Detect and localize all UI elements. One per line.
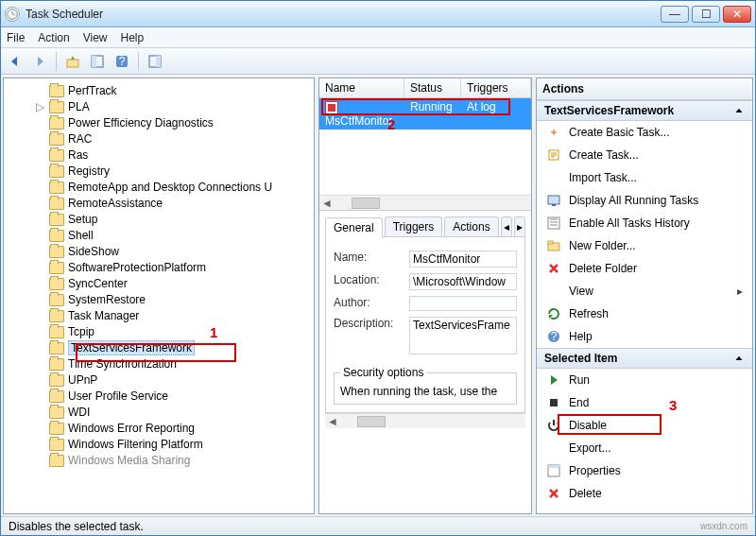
tree-item-task-manager[interactable]: Task Manager xyxy=(60,308,314,323)
action-label: Display All Running Tasks xyxy=(569,194,698,207)
action-create-basic-task[interactable]: Create Basic Task... xyxy=(537,121,752,144)
up-button[interactable] xyxy=(62,51,83,72)
tree-item-setup[interactable]: Setup xyxy=(60,212,314,227)
menu-view[interactable]: View xyxy=(83,31,108,44)
tree-item-remoteapp-and-desktop-connections-u[interactable]: RemoteApp and Desktop Connections U xyxy=(60,180,314,195)
svg-rect-20 xyxy=(548,465,559,468)
tree-item-windows-error-reporting[interactable]: Windows Error Reporting xyxy=(60,421,314,436)
action-new-folder[interactable]: New Folder... xyxy=(537,234,752,257)
minimize-button[interactable]: — xyxy=(661,6,689,23)
title-bar: Task Scheduler — ☐ ✕ xyxy=(1,1,755,27)
close-button[interactable]: ✕ xyxy=(723,6,751,23)
action-help[interactable]: ?Help xyxy=(537,325,752,348)
maximize-button[interactable]: ☐ xyxy=(692,6,720,23)
menu-help[interactable]: Help xyxy=(121,31,145,44)
back-button[interactable] xyxy=(5,51,26,72)
action-label: Run xyxy=(569,373,590,387)
tree-item-systemrestore[interactable]: SystemRestore xyxy=(60,292,314,307)
tab-scroll-right[interactable]: ▸ xyxy=(514,216,525,236)
tree-item-sideshow[interactable]: SideShow xyxy=(60,244,314,259)
col-status[interactable]: Status xyxy=(404,78,461,97)
tree-item-label: Ras xyxy=(68,148,88,162)
col-triggers[interactable]: Triggers xyxy=(461,78,531,97)
action-label: Disable xyxy=(569,419,607,432)
menu-action[interactable]: Action xyxy=(38,31,69,44)
action-label: End xyxy=(569,396,589,409)
tab-triggers[interactable]: Triggers xyxy=(385,216,443,236)
tree-item-label: Task Manager xyxy=(68,309,139,322)
tree-item-label: TextServicesFramework xyxy=(68,340,195,355)
action-create-task[interactable]: Create Task... xyxy=(537,144,752,166)
status-text: Disables the selected task. xyxy=(9,520,144,533)
action-label: Enable All Tasks History xyxy=(569,216,690,230)
forward-button[interactable] xyxy=(29,51,50,72)
action-label: New Folder... xyxy=(569,239,636,252)
tree-item-textservicesframework[interactable]: TextServicesFramework xyxy=(60,340,314,355)
tab-general[interactable]: General xyxy=(325,217,383,237)
action-refresh[interactable]: Refresh xyxy=(537,303,752,325)
action-export[interactable]: Export... xyxy=(537,437,752,459)
actions-section-framework[interactable]: TextServicesFramework▲ xyxy=(537,100,752,121)
toolbar-separator-2 xyxy=(138,52,139,71)
actions-section-selected[interactable]: Selected Item▲ xyxy=(537,348,752,369)
help-button[interactable]: ? xyxy=(112,51,132,72)
enable-icon xyxy=(546,216,561,231)
tree-item-windows-filtering-platform[interactable]: Windows Filtering Platform xyxy=(60,437,314,452)
action-end[interactable]: End xyxy=(537,391,752,414)
tab-actions[interactable]: Actions xyxy=(444,216,498,236)
action-label: Delete xyxy=(569,487,602,500)
value-description: TextServicesFrame xyxy=(409,317,517,354)
tree-item-ras[interactable]: Ras xyxy=(60,147,314,163)
action-label: Properties xyxy=(569,464,621,477)
tree-item-time-synchronization[interactable]: Time Synchronization xyxy=(60,356,314,372)
tree-item-label: Registry xyxy=(68,164,110,178)
task-list[interactable]: Name Status Triggers MsCtfMonitor Runnin… xyxy=(319,78,531,211)
action-import-task[interactable]: Import Task... xyxy=(537,166,752,189)
expander-icon[interactable]: ▷ xyxy=(34,100,45,113)
tree-item-wdi[interactable]: WDI xyxy=(60,405,314,420)
tree[interactable]: PerfTrack▷PLAPower Efficiency Diagnostic… xyxy=(4,78,314,488)
tree-item-synccenter[interactable]: SyncCenter xyxy=(60,276,314,291)
action-display-all-running-tasks[interactable]: Display All Running Tasks xyxy=(537,189,752,212)
folder-icon xyxy=(49,214,64,226)
action-run[interactable]: Run xyxy=(537,369,752,391)
actions-body: TextServicesFramework▲ Create Basic Task… xyxy=(537,100,752,513)
newfolder-icon xyxy=(546,238,561,253)
tree-item-shell[interactable]: Shell xyxy=(60,228,314,243)
action-enable-all-tasks-history[interactable]: Enable All Tasks History xyxy=(537,212,752,234)
action-properties[interactable]: Properties xyxy=(537,459,752,482)
show-hide-tree-button[interactable] xyxy=(87,51,108,72)
tree-item-windows-media-sharing[interactable]: Windows Media Sharing xyxy=(60,453,314,468)
col-name[interactable]: Name xyxy=(319,78,404,97)
folder-icon xyxy=(49,85,64,97)
action-disable[interactable]: Disable xyxy=(537,414,752,437)
tree-item-rac[interactable]: RAC xyxy=(60,131,314,147)
client-area: PerfTrack▷PLAPower Efficiency Diagnostic… xyxy=(1,75,755,516)
task-name: MsCtfMonitor xyxy=(325,114,392,128)
task-row-selected[interactable]: MsCtfMonitor Running At log xyxy=(319,98,531,130)
tree-item-registry[interactable]: Registry xyxy=(60,164,314,179)
menu-file[interactable]: File xyxy=(7,31,25,44)
props-hscroll[interactable]: ◄ xyxy=(325,413,525,428)
tab-scroll-left[interactable]: ◂ xyxy=(501,216,512,236)
tree-item-user-profile-service[interactable]: User Profile Service xyxy=(60,389,314,404)
tree-item-remoteassistance[interactable]: RemoteAssistance xyxy=(60,196,314,211)
end-icon xyxy=(546,395,561,410)
action-delete-folder[interactable]: Delete Folder xyxy=(537,257,752,280)
security-options: Security options When running the task, … xyxy=(334,366,517,405)
action-delete[interactable]: Delete xyxy=(537,482,752,505)
action-view[interactable]: View▸ xyxy=(537,280,752,303)
svg-rect-5 xyxy=(92,56,96,67)
tree-item-upnp[interactable]: UPnP xyxy=(60,372,314,388)
tree-item-label: PerfTrack xyxy=(68,84,117,97)
delete-icon xyxy=(546,261,561,276)
tree-item-pla[interactable]: ▷PLA xyxy=(60,99,314,114)
tree-item-label: SoftwareProtectionPlatform xyxy=(68,261,206,274)
tree-item-perftrack[interactable]: PerfTrack xyxy=(60,83,314,98)
tree-item-softwareprotectionplatform[interactable]: SoftwareProtectionPlatform xyxy=(60,260,314,275)
tree-item-tcpip[interactable]: Tcpip xyxy=(60,324,314,339)
show-hide-action-button[interactable] xyxy=(145,51,165,72)
tree-item-power-efficiency-diagnostics[interactable]: Power Efficiency Diagnostics xyxy=(60,115,314,130)
tree-item-label: RemoteAssistance xyxy=(68,197,163,210)
list-hscroll[interactable]: ◄ xyxy=(319,195,531,210)
